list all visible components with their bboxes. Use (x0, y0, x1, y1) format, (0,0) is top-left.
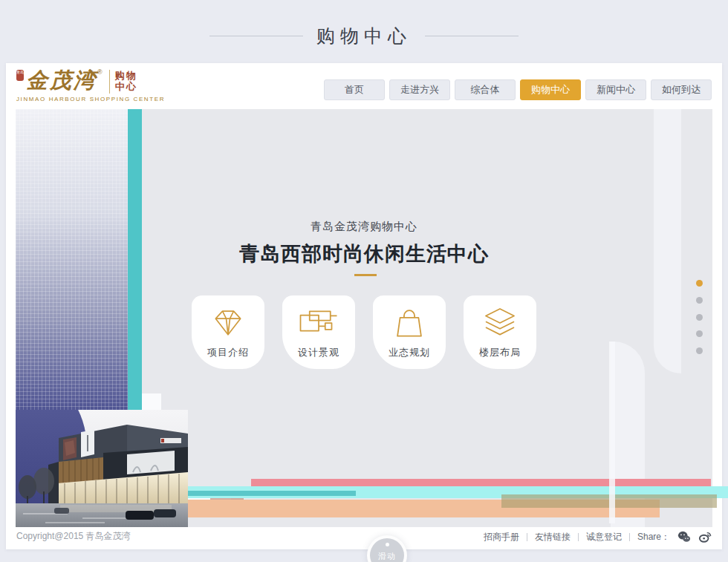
page-title-bar: 购物中心 (0, 21, 728, 50)
diamond-icon (192, 306, 264, 340)
pagination-dot-2[interactable] (696, 297, 703, 304)
hero-subtitle: 青岛金茂湾购物中心 (0, 220, 728, 234)
nav-item-news[interactable]: 新闻中心 (585, 79, 646, 100)
card-project-intro[interactable]: 项目介绍 (192, 295, 264, 369)
nav-item-complex[interactable]: 综合体 (455, 79, 516, 100)
logo-divider (109, 70, 110, 94)
nav-item-about[interactable]: 走进方兴 (389, 79, 450, 100)
card-label: 项目介绍 (192, 346, 264, 359)
pagination-dot-3[interactable] (696, 314, 703, 321)
scroll-hint-label: 滑动 (370, 551, 404, 562)
card-label: 业态规划 (373, 346, 446, 359)
brand-seal-icon: 青岛 (16, 70, 24, 81)
blueprint-icon (282, 306, 355, 340)
registered-mark: ® (97, 68, 103, 76)
card-floor-layout[interactable]: 楼层布局 (464, 295, 536, 369)
page-title: 购物中心 (316, 24, 412, 48)
copyright-text: Copyright@2015 青岛金茂湾 (16, 530, 131, 543)
brand-name-en: JINMAO HARBOUR SHOPPING CENTER (16, 96, 187, 102)
nav-item-home[interactable]: 首页 (324, 79, 385, 100)
hero-title: 青岛西部时尚休闲生活中心 (0, 241, 728, 267)
share-label: Share： (637, 531, 670, 543)
card-business-planning[interactable]: 业态规划 (373, 295, 446, 369)
pagination-dot-4[interactable] (696, 330, 703, 337)
footer-link-friend-links[interactable]: 友情链接 (535, 531, 571, 543)
card-label: 楼层布局 (464, 346, 536, 359)
brand-name-cn: 金茂湾 (26, 68, 97, 92)
footer-links: 招商手册 友情链接 诚意登记 Share： (484, 530, 712, 543)
footer-link-brochure[interactable]: 招商手册 (484, 531, 519, 543)
bar-pink (251, 479, 711, 486)
title-decor-line-left (209, 36, 303, 36)
card-design-landscape[interactable]: 设计景观 (282, 295, 355, 369)
footer-divider (629, 533, 630, 541)
weibo-icon[interactable] (698, 530, 712, 543)
hero-underline (354, 274, 377, 276)
logo-sub-line1: 购物 (115, 70, 137, 81)
pagination-dot-1[interactable] (696, 280, 703, 287)
scroll-hint-dot-icon (386, 543, 389, 546)
title-decor-line-right (425, 36, 519, 36)
brand-logo[interactable]: 青岛 金茂湾 ® 购物 中心 JINMAO HARBOUR SHOPPING C… (16, 68, 187, 104)
shopping-bag-icon (373, 306, 446, 340)
footer-link-registration[interactable]: 诚意登记 (586, 531, 622, 543)
wechat-icon[interactable] (677, 530, 691, 543)
nav-item-directions[interactable]: 如何到达 (651, 79, 712, 100)
nav-item-shopping-center[interactable]: 购物中心 (520, 79, 581, 100)
mall-building-image (16, 410, 188, 527)
logo-sub-line2: 中心 (115, 81, 137, 92)
pagination-dot-5[interactable] (696, 347, 703, 354)
footer-divider (578, 533, 579, 541)
footer-divider (527, 533, 527, 541)
bar-teal-dark (171, 491, 356, 496)
layers-icon (464, 306, 536, 340)
decor-light-stripe (609, 342, 615, 523)
card-label: 设计景观 (282, 346, 355, 359)
